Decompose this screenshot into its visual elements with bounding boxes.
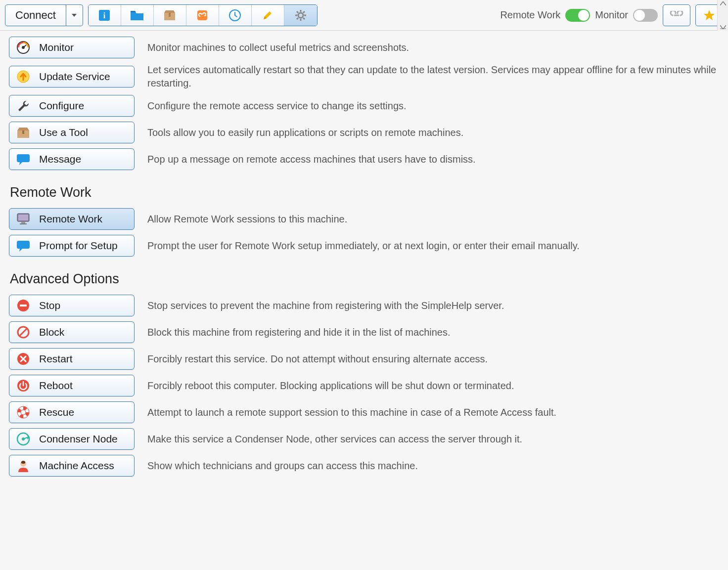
action-row: Reboot Forcibly reboot this computer. Bl… [9, 375, 719, 396]
button-label: Message [39, 153, 81, 165]
svg-line-11 [303, 18, 305, 19]
scroll-up-icon [720, 1, 726, 5]
speech-bubble-icon [16, 239, 30, 253]
button-label: Restart [39, 353, 73, 365]
configure-button[interactable]: Configure [9, 95, 135, 117]
action-row: Stop Stop services to prevent the machin… [9, 295, 719, 316]
action-row: Machine Access Show which technicians an… [9, 455, 719, 477]
minus-circle-icon [16, 299, 30, 312]
svg-rect-25 [20, 305, 27, 307]
content: Monitor Monitor machines to collect usef… [0, 31, 728, 487]
advanced-options-section-title: Advanced Options [10, 271, 719, 287]
star-icon [703, 9, 716, 22]
toggle-section: Remote Work Monitor [500, 4, 723, 26]
link-button[interactable] [663, 4, 690, 26]
toolbox-icon [16, 126, 30, 139]
reboot-button[interactable]: Reboot [9, 375, 135, 396]
history-tab[interactable] [219, 5, 252, 26]
folder-icon [130, 10, 144, 21]
gauge-icon [16, 41, 30, 54]
update-arrow-icon [16, 70, 30, 84]
button-label: Remote Work [39, 213, 102, 225]
link-tab[interactable] [186, 5, 219, 26]
action-desc: Stop services to prevent the machine fro… [147, 299, 719, 312]
remote-work-toggle[interactable] [565, 9, 590, 22]
gear-icon [294, 9, 307, 22]
edit-tab[interactable] [252, 5, 284, 26]
use-tool-button[interactable]: Use a Tool [9, 122, 135, 143]
stop-button[interactable]: Stop [9, 295, 135, 316]
action-desc: Attempt to launch a remote support sessi… [147, 406, 719, 419]
settings-tab[interactable] [284, 5, 317, 26]
svg-line-27 [19, 328, 27, 336]
action-row: Restart Forcibly restart this service. D… [9, 348, 719, 370]
action-row: Configure Configure the remote access se… [9, 95, 719, 117]
machine-access-button[interactable]: Machine Access [9, 455, 135, 477]
toolbar: Connect i Remote Work Monitor [0, 0, 728, 31]
remote-work-button[interactable]: Remote Work [9, 208, 135, 230]
node-icon [16, 432, 30, 446]
button-label: Stop [39, 300, 60, 311]
power-icon [16, 379, 30, 393]
action-row: Condenser Node Make this service a Conde… [9, 428, 719, 450]
action-row: Prompt for Setup Prompt the user for Rem… [9, 235, 719, 257]
condenser-node-button[interactable]: Condenser Node [9, 428, 135, 450]
connect-button[interactable]: Connect [5, 4, 66, 26]
action-desc: Prompt the user for Remote Work setup im… [147, 239, 719, 253]
block-button[interactable]: Block [9, 321, 135, 343]
monitor-screen-icon [16, 212, 30, 226]
monitor-button[interactable]: Monitor [9, 37, 135, 58]
action-desc: Forcibly restart this service. Do not at… [147, 352, 719, 366]
action-desc: Configure the remote access service to c… [147, 99, 719, 113]
action-row: Update Service Let services automaticall… [9, 63, 719, 90]
x-circle-icon [16, 352, 30, 366]
update-service-button[interactable]: Update Service [9, 66, 135, 88]
scroll-gutter[interactable] [717, 0, 728, 31]
action-desc: Monitor machines to collect useful metri… [147, 41, 719, 54]
button-label: Update Service [39, 71, 110, 83]
action-desc: Forcibly reboot this computer. Blocking … [147, 379, 719, 393]
svg-point-5 [298, 13, 303, 18]
monitor-toggle[interactable] [633, 9, 658, 22]
chevron-down-icon [72, 14, 77, 17]
action-row: Monitor Monitor machines to collect usef… [9, 37, 719, 58]
folder-tab[interactable] [121, 5, 154, 26]
svg-line-12 [297, 18, 298, 19]
svg-rect-23 [20, 223, 27, 224]
action-row: Block Block this machine from registerin… [9, 321, 719, 343]
action-row: Remote Work Allow Remote Work sessions t… [9, 208, 719, 230]
speech-bubble-icon [16, 152, 30, 166]
block-circle-icon [16, 325, 30, 339]
button-label: Rescue [39, 406, 74, 418]
info-icon: i [98, 9, 111, 22]
info-tab[interactable]: i [89, 5, 121, 26]
action-row: Use a Tool Tools allow you to easily run… [9, 122, 719, 143]
svg-line-13 [303, 11, 305, 13]
action-desc: Let services automatically restart so th… [147, 63, 719, 90]
svg-line-10 [297, 11, 298, 13]
lifebuoy-icon [16, 405, 30, 419]
svg-point-31 [21, 410, 26, 415]
toolbar-icon-group: i [88, 4, 318, 26]
button-label: Monitor [39, 42, 74, 53]
rescue-button[interactable]: Rescue [9, 401, 135, 423]
button-label: Block [39, 326, 64, 338]
button-label: Configure [39, 100, 84, 112]
button-label: Use a Tool [39, 127, 88, 138]
wrench-icon [16, 99, 30, 113]
action-row: Message Pop up a message on remote acces… [9, 148, 719, 170]
svg-rect-21 [18, 215, 28, 220]
message-button[interactable]: Message [9, 148, 135, 170]
package-tab[interactable] [154, 5, 186, 26]
action-desc: Block this machine from registering and … [147, 326, 719, 339]
connect-dropdown[interactable] [66, 4, 83, 26]
pencil-icon [262, 9, 273, 21]
action-desc: Show which technicians and groups can ac… [147, 459, 719, 473]
button-label: Prompt for Setup [39, 240, 118, 252]
button-label: Machine Access [39, 460, 114, 472]
svg-rect-22 [21, 222, 25, 223]
connect-group: Connect [5, 4, 83, 26]
action-desc: Make this service a Condenser Node, othe… [147, 433, 719, 446]
restart-button[interactable]: Restart [9, 348, 135, 370]
prompt-setup-button[interactable]: Prompt for Setup [9, 235, 135, 257]
